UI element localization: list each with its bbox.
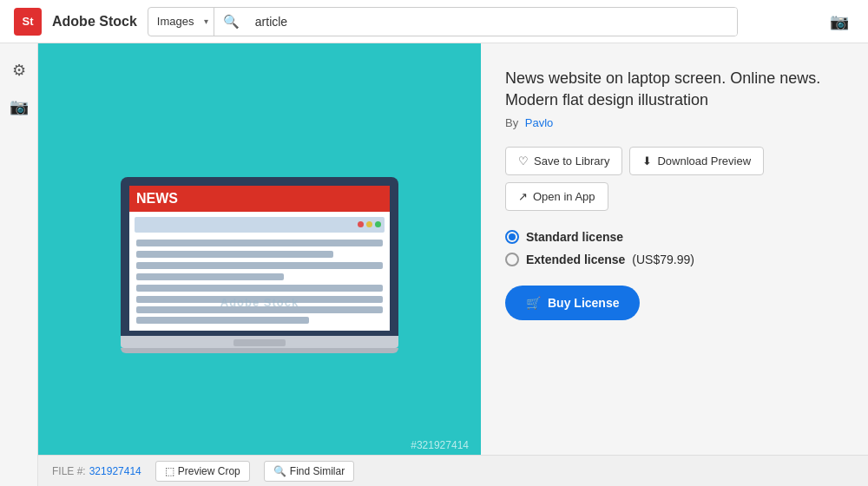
asset-title: News website on laptop screen. Online ne… (505, 68, 844, 111)
news-header-bar: NEWS (129, 186, 390, 212)
watermark-overlay: Adobe Stock (136, 296, 383, 313)
cart-icon: 🛒 (526, 296, 541, 310)
download-preview-button[interactable]: ⬇ Download Preview (629, 147, 764, 175)
laptop-screen-content: NEWS (129, 186, 390, 331)
file-label: FILE #: (52, 465, 86, 477)
extended-license-option[interactable]: Extended license (US$79.99) (505, 253, 844, 266)
news-row-2 (136, 251, 333, 258)
laptop-screen-bezel: NEWS (121, 177, 398, 336)
camera-search-button[interactable]: 📷 (825, 7, 854, 36)
license-options: Standard license Extended license (US$79… (505, 230, 844, 266)
sidebar: ⚙ 📷 (0, 43, 38, 486)
author-link[interactable]: Pavlo (525, 116, 554, 129)
search-bar: Images ▾ 🔍 (148, 7, 738, 36)
search-type-wrapper[interactable]: Images ▾ (148, 8, 214, 36)
search-type-select[interactable]: Images (148, 8, 214, 36)
logo-badge: St (14, 8, 42, 36)
extended-price: (US$79.99) (632, 253, 694, 266)
dot-red (358, 221, 364, 227)
extended-license-label: Extended license (US$79.99) (526, 253, 694, 266)
search-similar-icon: 🔍 (273, 465, 286, 477)
file-info: FILE #: 321927414 (52, 465, 141, 477)
file-id-badge: #321927414 (411, 439, 469, 451)
dot-yellow (366, 221, 372, 227)
asset-author-line: By Pavlo (505, 116, 844, 129)
file-value: 321927414 (89, 465, 141, 477)
news-row-3 (136, 262, 383, 269)
download-icon: ⬇ (642, 154, 652, 167)
bottom-bar: FILE #: 321927414 ⬚ Preview Crop 🔍 Find … (38, 455, 868, 486)
preview-crop-button[interactable]: ⬚ Preview Crop (155, 461, 250, 482)
standard-license-label: Standard license (526, 230, 623, 244)
app-header: St Adobe Stock Images ▾ 🔍 📷 (0, 0, 868, 43)
watermark-text: Adobe Stock (220, 296, 299, 309)
open-in-app-button[interactable]: ↗ Open in App (505, 182, 608, 211)
info-panel: News website on laptop screen. Online ne… (481, 43, 868, 486)
radio-selected (505, 230, 519, 244)
search-icon: 🔍 (214, 14, 248, 30)
external-link-icon: ↗ (518, 190, 528, 203)
crop-icon: ⬚ (165, 465, 174, 477)
browser-bar (135, 217, 385, 233)
action-buttons: ♡ Save to Library ⬇ Download Preview ↗ O… (505, 147, 844, 211)
search-input[interactable] (248, 8, 737, 36)
save-to-library-button[interactable]: ♡ Save to Library (505, 147, 622, 175)
logo-name: Adobe Stock (52, 14, 137, 30)
news-row-4 (136, 273, 284, 280)
news-row-1 (136, 240, 383, 246)
dot-green (375, 221, 381, 227)
buy-license-button[interactable]: 🛒 Buy License (505, 286, 640, 320)
laptop-trackpad (233, 339, 286, 346)
laptop-base (121, 336, 398, 348)
camera-icon[interactable]: 📷 (10, 97, 29, 116)
find-similar-button[interactable]: 🔍 Find Similar (264, 461, 354, 482)
filter-icon[interactable]: ⚙ (12, 61, 26, 80)
laptop-foot (121, 348, 398, 353)
news-content-area: Adobe Stock (129, 236, 390, 331)
main-layout: ⚙ 📷 NEWS (0, 43, 868, 486)
heart-icon: ♡ (518, 154, 529, 167)
laptop-illustration: NEWS (121, 177, 398, 353)
by-label: By (505, 116, 518, 129)
standard-license-option[interactable]: Standard license (505, 230, 844, 244)
radio-dot (509, 233, 516, 240)
news-row-5 (136, 285, 383, 292)
radio-unselected (505, 253, 519, 266)
news-row-6 (136, 317, 309, 324)
image-panel: NEWS (38, 43, 481, 486)
